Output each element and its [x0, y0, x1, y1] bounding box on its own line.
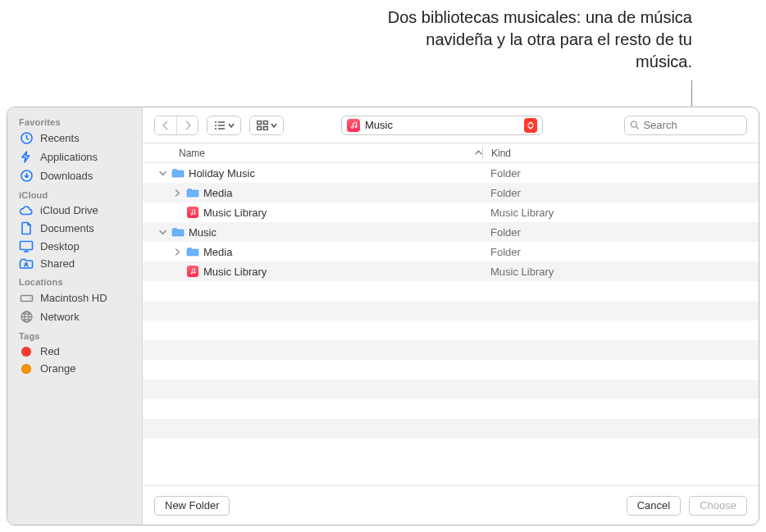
- file-list: Holiday MusicFolderMediaFolderMusic Libr…: [143, 163, 759, 485]
- sidebar-item-icloud-drive[interactable]: iCloud Drive: [7, 202, 142, 219]
- folder-icon: [185, 247, 200, 257]
- sidebar-item-recents[interactable]: Recents: [7, 129, 142, 148]
- file-row[interactable]: Holiday MusicFolder: [143, 163, 759, 183]
- sidebar-item-label: Red: [40, 345, 134, 357]
- sort-asc-icon: [475, 149, 482, 157]
- sidebar-item-label: Documents: [40, 222, 134, 234]
- file-row[interactable]: Music LibraryMusic Library: [143, 202, 759, 222]
- empty-row: [143, 321, 759, 340]
- sidebar-item-orange[interactable]: Orange: [7, 360, 142, 377]
- file-kind: Music Library: [482, 266, 747, 278]
- sidebar-item-shared[interactable]: Shared: [7, 255, 142, 272]
- main-pane: Music Name Ki: [143, 107, 759, 525]
- shared-icon: [19, 257, 34, 270]
- svg-point-12: [215, 128, 217, 130]
- sidebar: FavoritesRecentsApplicationsDownloadsiCl…: [7, 107, 143, 525]
- sidebar-item-label: iCloud Drive: [40, 204, 134, 216]
- svg-rect-2: [21, 242, 33, 250]
- nav-back-forward: [154, 116, 198, 135]
- desktop-icon: [19, 240, 34, 252]
- cancel-button[interactable]: Cancel: [627, 496, 681, 516]
- file-name: Holiday Music: [189, 167, 255, 180]
- sidebar-item-red[interactable]: Red: [7, 343, 142, 360]
- disclosure-triangle-icon[interactable]: [172, 189, 182, 197]
- sidebar-group-label: Favorites: [7, 112, 142, 129]
- disclosure-triangle-icon[interactable]: [172, 248, 182, 256]
- sidebar-group-label: iCloud: [7, 185, 142, 202]
- column-name[interactable]: Name: [154, 148, 482, 159]
- folder-icon: [171, 227, 185, 237]
- tag-dot: [19, 364, 34, 374]
- sidebar-item-documents[interactable]: Documents: [7, 219, 142, 238]
- nav-forward-button[interactable]: [176, 116, 198, 134]
- hdd-icon: [19, 291, 34, 305]
- empty-row: [143, 360, 759, 380]
- empty-row: [143, 281, 759, 301]
- svg-point-8: [215, 121, 217, 123]
- view-list-button[interactable]: [207, 116, 240, 134]
- view-mode-list-button[interactable]: [207, 116, 241, 135]
- sidebar-item-label: Applications: [40, 151, 134, 163]
- file-row[interactable]: MusicFolder: [143, 222, 759, 242]
- search-icon: [630, 120, 639, 130]
- file-row[interactable]: MediaFolder: [143, 183, 759, 202]
- music-app-icon: [347, 119, 360, 132]
- music-library-icon: [185, 266, 200, 277]
- svg-rect-14: [257, 120, 261, 124]
- sidebar-item-macintosh-hd[interactable]: Macintosh HD: [7, 289, 142, 307]
- music-library-icon: [185, 207, 200, 218]
- column-headers: Name Kind: [143, 143, 759, 163]
- file-name: Music: [189, 226, 217, 239]
- disclosure-triangle-icon[interactable]: [157, 170, 167, 177]
- svg-rect-15: [263, 120, 267, 124]
- empty-row: [143, 399, 759, 419]
- toolbar: Music: [143, 107, 759, 143]
- stepper-icon: [524, 118, 537, 133]
- file-name: Media: [203, 246, 232, 258]
- sidebar-item-label: Downloads: [40, 170, 134, 182]
- sidebar-item-applications[interactable]: Applications: [7, 148, 142, 166]
- sidebar-item-label: Recents: [40, 132, 134, 144]
- sidebar-item-downloads[interactable]: Downloads: [7, 166, 142, 185]
- sidebar-group-label: Locations: [7, 272, 142, 289]
- location-popup[interactable]: Music: [341, 116, 543, 135]
- group-by-button[interactable]: [249, 116, 284, 135]
- download-icon: [19, 169, 34, 183]
- disclosure-triangle-icon[interactable]: [157, 229, 167, 236]
- new-folder-button[interactable]: New Folder: [154, 496, 230, 516]
- empty-row: [143, 380, 759, 399]
- search-input[interactable]: [643, 119, 741, 131]
- file-kind: Folder: [482, 167, 747, 180]
- tag-dot: [19, 347, 34, 357]
- doc-icon: [19, 221, 34, 235]
- sidebar-item-label: Orange: [40, 362, 134, 375]
- folder-icon: [171, 168, 185, 178]
- sidebar-item-label: Shared: [40, 257, 134, 270]
- globe-icon: [19, 310, 34, 324]
- svg-point-5: [30, 298, 31, 299]
- file-kind: Music Library: [482, 207, 747, 219]
- svg-rect-16: [257, 126, 261, 130]
- choose-button[interactable]: Choose: [689, 496, 747, 516]
- file-kind: Folder: [482, 246, 747, 258]
- column-kind[interactable]: Kind: [483, 148, 747, 159]
- column-name-label: Name: [179, 148, 205, 159]
- finder-open-panel: FavoritesRecentsApplicationsDownloadsiCl…: [7, 107, 759, 525]
- sidebar-item-network[interactable]: Network: [7, 307, 142, 326]
- file-name: Music Library: [203, 207, 267, 219]
- search-field[interactable]: [624, 116, 747, 135]
- cloud-icon: [19, 205, 34, 216]
- nav-back-button[interactable]: [155, 116, 176, 134]
- sidebar-item-label: Macintosh HD: [40, 292, 134, 304]
- file-name: Music Library: [203, 266, 267, 278]
- file-row[interactable]: MediaFolder: [143, 242, 759, 261]
- empty-row: [143, 340, 759, 360]
- dialog-footer: New Folder Cancel Choose: [143, 485, 759, 525]
- file-row[interactable]: Music LibraryMusic Library: [143, 261, 759, 281]
- column-kind-label: Kind: [491, 148, 511, 159]
- sidebar-item-label: Desktop: [40, 240, 134, 252]
- annotation-caption: Dos bibliotecas musicales: una de música…: [381, 7, 692, 73]
- sidebar-item-desktop[interactable]: Desktop: [7, 238, 142, 255]
- svg-rect-17: [263, 126, 267, 130]
- group-button[interactable]: [250, 116, 283, 134]
